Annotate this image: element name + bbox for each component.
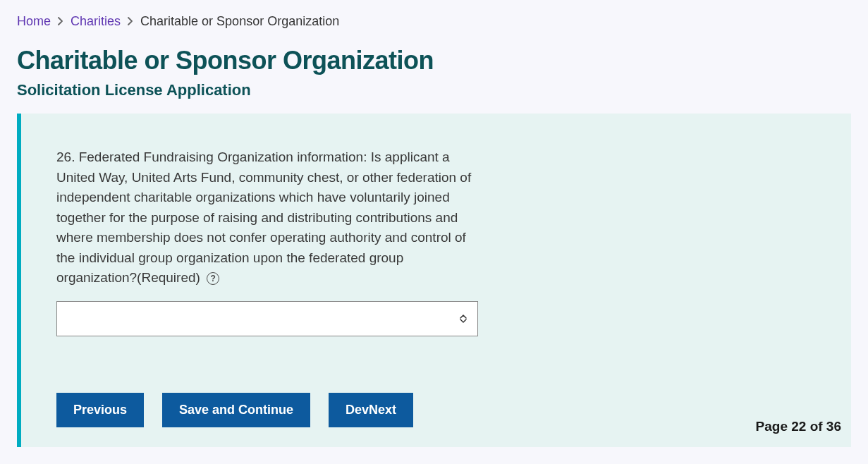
page-title: Charitable or Sponsor Organization: [17, 46, 851, 75]
page-subtitle: Solicitation License Application: [17, 81, 851, 99]
breadcrumb-charities-link[interactable]: Charities: [71, 14, 121, 29]
breadcrumb-home-link[interactable]: Home: [17, 14, 51, 29]
save-continue-button[interactable]: Save and Continue: [162, 393, 310, 427]
federated-org-select[interactable]: [56, 301, 478, 336]
required-text: (Required): [137, 270, 200, 285]
button-row: Previous Save and Continue DevNext: [56, 393, 816, 427]
previous-button[interactable]: Previous: [56, 393, 144, 427]
form-panel: 26. Federated Fundraising Organization i…: [17, 114, 851, 447]
chevron-right-icon: [128, 16, 133, 28]
dev-next-button[interactable]: DevNext: [329, 393, 413, 427]
help-icon[interactable]: ?: [207, 272, 219, 285]
question-label: 26. Federated Fundraising Organization i…: [56, 147, 479, 288]
breadcrumb-current: Charitable or Sponsor Organization: [140, 14, 339, 29]
page-indicator: Page 22 of 36: [756, 419, 841, 434]
select-wrapper: [56, 301, 478, 336]
question-text: 26. Federated Fundraising Organization i…: [56, 149, 471, 285]
breadcrumb: Home Charities Charitable or Sponsor Org…: [17, 14, 851, 29]
chevron-right-icon: [58, 16, 63, 28]
